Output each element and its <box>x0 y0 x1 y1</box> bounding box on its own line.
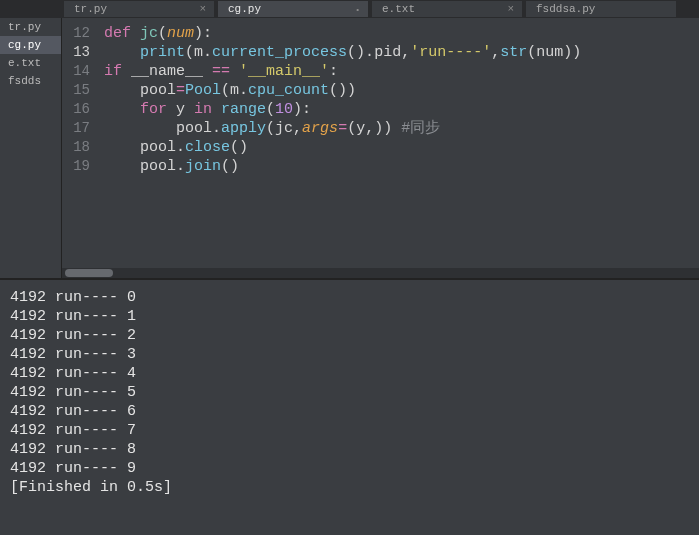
output-line: 4192 run---- 6 <box>10 402 693 421</box>
code-editor[interactable]: 1213141516171819 def jc(num): print(m.cu… <box>62 18 699 278</box>
line-number: 18 <box>62 138 90 157</box>
output-line: 4192 run---- 7 <box>10 421 693 440</box>
tab-label: e.txt <box>382 3 415 15</box>
output-panel[interactable]: 4192 run---- 04192 run---- 14192 run----… <box>0 278 699 535</box>
code-line[interactable]: def jc(num): <box>104 24 689 43</box>
output-line: [Finished in 0.5s] <box>10 478 693 497</box>
line-number: 17 <box>62 119 90 138</box>
tab-label: fsddsa.py <box>536 3 595 15</box>
code-area[interactable]: def jc(num): print(m.current_process().p… <box>98 18 689 278</box>
tab-cg-py[interactable]: cg.py• <box>218 1 368 17</box>
tab-fsddsa-py[interactable]: fsddsa.py <box>526 1 676 17</box>
code-line[interactable]: print(m.current_process().pid,'run----',… <box>104 43 689 62</box>
tab-close-icon[interactable]: × <box>199 3 206 15</box>
output-line: 4192 run---- 9 <box>10 459 693 478</box>
code-line[interactable]: if __name__ == '__main__': <box>104 62 689 81</box>
sidebar-header <box>0 0 62 18</box>
file-item[interactable]: tr.py <box>0 18 61 36</box>
tab-bar: tr.py×cg.py•e.txt×fsddsa.py <box>62 0 699 18</box>
line-number: 12 <box>62 24 90 43</box>
output-line: 4192 run---- 8 <box>10 440 693 459</box>
top-bar: tr.py×cg.py•e.txt×fsddsa.py <box>0 0 699 18</box>
line-number: 15 <box>62 81 90 100</box>
output-line: 4192 run---- 3 <box>10 345 693 364</box>
file-item[interactable]: e.txt <box>0 54 61 72</box>
line-number-gutter: 1213141516171819 <box>62 18 98 278</box>
code-line[interactable]: pool.apply(jc,args=(y,)) #同步 <box>104 119 689 138</box>
line-number: 16 <box>62 100 90 119</box>
output-line: 4192 run---- 4 <box>10 364 693 383</box>
horizontal-scrollbar[interactable] <box>62 268 699 278</box>
output-line: 4192 run---- 1 <box>10 307 693 326</box>
tab-close-icon[interactable]: × <box>507 3 514 15</box>
output-line: 4192 run---- 0 <box>10 288 693 307</box>
line-number: 19 <box>62 157 90 176</box>
scrollbar-thumb[interactable] <box>65 269 113 277</box>
open-files-list: tr.pycg.pye.txtfsdds <box>0 18 62 278</box>
code-line[interactable]: pool.close() <box>104 138 689 157</box>
tab-label: tr.py <box>74 3 107 15</box>
code-line[interactable]: pool.join() <box>104 157 689 176</box>
minimap[interactable] <box>689 18 699 278</box>
file-item[interactable]: fsdds <box>0 72 61 90</box>
line-number: 14 <box>62 62 90 81</box>
code-line[interactable]: for y in range(10): <box>104 100 689 119</box>
code-line[interactable]: pool=Pool(m.cpu_count()) <box>104 81 689 100</box>
main-row: tr.pycg.pye.txtfsdds 1213141516171819 de… <box>0 18 699 278</box>
output-line: 4192 run---- 5 <box>10 383 693 402</box>
file-item[interactable]: cg.py <box>0 36 61 54</box>
tab-label: cg.py <box>228 3 261 15</box>
line-number: 13 <box>62 43 90 62</box>
output-line: 4192 run---- 2 <box>10 326 693 345</box>
tab-dirty-icon[interactable]: • <box>355 5 360 14</box>
tab-tr-py[interactable]: tr.py× <box>64 1 214 17</box>
tab-e-txt[interactable]: e.txt× <box>372 1 522 17</box>
